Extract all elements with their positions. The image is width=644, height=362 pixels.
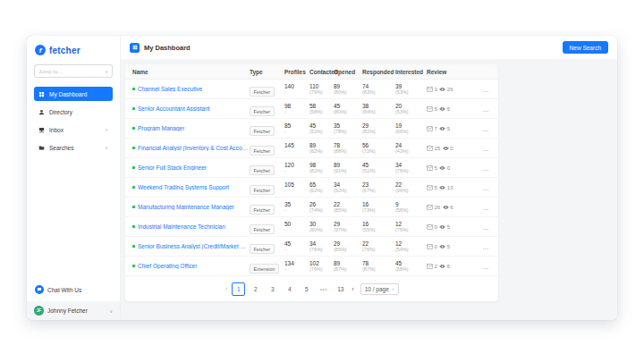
page-button-13[interactable]: 13 [334,282,347,296]
sidebar-item-label: Directory [49,109,72,115]
search-name-link[interactable]: Program Manager [132,125,250,131]
search-name-link[interactable]: Manufacturing Maintenance Manager [132,204,250,210]
eye-icon [439,87,445,92]
sidebar-item-my-dashboard[interactable]: My Dashboard [34,87,113,101]
eye-review-chip[interactable]: 13 [439,185,453,190]
page-button-5[interactable]: 5 [300,282,313,296]
user-name: Johnny Fetcher [47,307,88,314]
search-name-link[interactable]: Senior Accountant Assistant [132,105,250,112]
row-more-button[interactable]: ⋯ [482,128,489,134]
chat-with-us-button[interactable]: Chat With Us [35,285,112,294]
prev-page-button[interactable]: ‹ [225,286,228,292]
row-more-button[interactable]: ⋯ [482,167,489,173]
chevron-down-icon: ∨ [105,69,108,74]
status-dot-icon [132,107,135,110]
folder-icon [38,145,45,151]
mail-review-chip[interactable]: 3 [427,87,437,92]
eye-review-chip[interactable]: 6 [439,264,450,269]
profiles-cell: 85 - [284,122,309,135]
eye-review-chip[interactable]: 6 [443,205,453,210]
column-header-name: Name [132,69,250,75]
table-row: Channel Sales Executive Fetcher 140 - 11… [125,80,498,99]
interested-cell: 45 (58%) [395,260,427,273]
page-button-1[interactable]: 1 [232,282,245,296]
page-size-select[interactable]: 10 / page ∨ [360,283,399,295]
new-search-button[interactable]: New Search [563,41,608,54]
type-badge: Fetcher [250,165,275,175]
eye-icon [439,126,445,131]
interested-cell: 12 (75%) [395,221,427,233]
page-button-3[interactable]: 3 [266,282,279,296]
table-row: Industrial Maintenance Technician Fetche… [125,217,498,237]
eye-review-chip[interactable]: 5 [439,224,450,230]
responded-cell: 74 (83%) [362,83,395,96]
eye-count: 0 [447,165,450,171]
mail-review-chip[interactable]: 5 [427,106,437,112]
review-cell: 5 13 [427,185,473,190]
page-button-4[interactable]: 4 [283,282,296,296]
mail-review-chip[interactable]: 26 [427,205,440,210]
eye-review-chip[interactable]: 5 [439,106,450,112]
user-menu[interactable]: JF Johnny Fetcher ∨ [27,301,120,320]
eye-review-chip[interactable]: 0 [443,146,453,151]
opened-cell: 89 (91%) [334,162,362,174]
sidebar-item-searches[interactable]: Searches ∧ [34,140,113,155]
mail-review-chip[interactable]: 5 [427,185,437,190]
eye-icon [439,106,445,112]
row-more-button[interactable]: ⋯ [482,206,489,213]
interested-cell: 12 (54%) [395,240,427,253]
review-cell: 3 26 [427,87,473,92]
sidebar-item-directory[interactable]: Directory [34,105,113,119]
profiles-cell: 50 - [284,221,309,233]
jump-to-select[interactable]: Jump to... ∨ [34,64,113,78]
eye-count: 5 [447,106,450,112]
app-window: f fetcher Jump to... ∨ My Dashboard Dire… [27,36,617,320]
eye-count: 6 [450,205,453,210]
mail-review-chip[interactable]: 7 [427,126,437,131]
contacted-cell: 45 (52%) [309,122,334,135]
mail-review-chip[interactable]: 0 [427,224,437,230]
envelope-icon [427,165,433,171]
search-name-link[interactable]: Senior Business Analyst (Credit/Market R… [132,243,250,249]
collapse-caret-icon[interactable]: ∧ [105,127,108,132]
eye-count: 0 [450,146,453,151]
type-cell: Fetcher [250,81,284,97]
mail-review-chip[interactable]: 2 [427,264,437,269]
eye-icon [443,205,449,210]
row-more-button[interactable]: ⋯ [482,265,489,272]
responded-cell: 78 (87%) [362,260,395,273]
eye-review-chip[interactable]: 0 [439,165,450,171]
search-name-label: Senior Full Stack Engineer [138,164,207,171]
status-dot-icon [132,245,135,248]
search-name-link[interactable]: Industrial Maintenance Technician [132,223,250,230]
type-badge: Fetcher [250,126,275,136]
eye-review-chip[interactable]: 26 [439,87,453,92]
fetcher-logo-icon: f [35,45,46,55]
row-more-button[interactable]: ⋯ [482,246,489,252]
interested-cell: 9 (56%) [395,201,427,214]
search-name-link[interactable]: Channel Sales Executive [132,86,250,92]
mail-review-chip[interactable]: 25 [427,146,440,151]
collapse-caret-icon[interactable]: ∧ [105,145,108,150]
eye-review-chip[interactable]: 5 [439,126,450,131]
search-name-link[interactable]: Chief Operating Officer [132,263,250,269]
eye-icon [439,224,445,230]
table-row: Financial Analyst (Inventory & Cost Acco… [125,139,498,158]
next-page-button[interactable]: › [351,286,354,292]
eye-review-chip[interactable]: 5 [439,244,450,249]
eye-count: 6 [447,264,450,269]
mail-review-chip[interactable]: 5 [427,165,437,171]
search-name-link[interactable]: Weekend Trading Systems Support [132,184,250,190]
row-more-button[interactable]: ⋯ [482,187,489,193]
search-name-link[interactable]: Financial Analyst (Inventory & Cost Acco… [132,145,250,151]
page-button-2[interactable]: 2 [249,282,262,296]
row-more-button[interactable]: ⋯ [482,226,489,232]
review-cell: 0 5 [427,244,473,249]
row-more-button[interactable]: ⋯ [482,88,489,95]
envelope-icon [427,205,433,210]
row-more-button[interactable]: ⋯ [482,108,489,114]
search-name-link[interactable]: Senior Full Stack Engineer [132,164,250,171]
row-more-button[interactable]: ⋯ [482,147,489,154]
sidebar-item-inbox[interactable]: Inbox ∧ [34,122,113,137]
mail-review-chip[interactable]: 0 [427,244,437,249]
